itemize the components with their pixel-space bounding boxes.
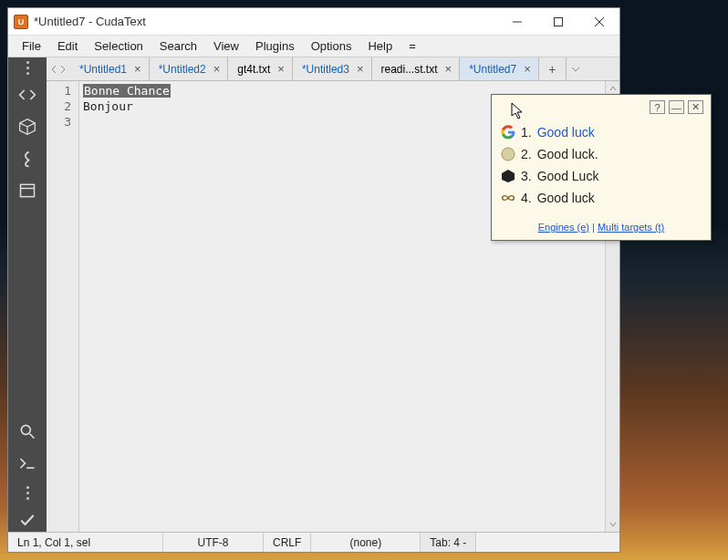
scroll-down-icon[interactable]: [606, 517, 619, 532]
item-text: Good Luck: [537, 169, 599, 183]
translation-popup: ? — ✕ 1. Good luck 2. Good luck. 3. Good…: [491, 94, 712, 241]
tab-prev-icon[interactable]: [50, 65, 57, 74]
svg-line-11: [30, 434, 35, 439]
item-number: 3.: [521, 169, 532, 183]
line-gutter: 1 2 3: [47, 81, 79, 532]
multi-targets-link[interactable]: Multi targets (t): [598, 222, 664, 233]
window-title: *Untitled7 - CudaText: [34, 15, 496, 28]
sphere-icon: [501, 147, 515, 161]
console-icon[interactable]: [18, 454, 36, 475]
svg-line-5: [20, 123, 27, 127]
svg-line-6: [27, 123, 35, 127]
line-number: 3: [47, 114, 78, 130]
tab-untitled1[interactable]: *Untitled1 ×: [70, 57, 150, 80]
line-number: 2: [47, 99, 78, 114]
svg-rect-8: [21, 184, 35, 196]
menu-file[interactable]: File: [14, 36, 49, 56]
tab-close-icon[interactable]: ×: [132, 62, 143, 76]
google-icon: [501, 125, 515, 140]
item-number: 2.: [521, 147, 532, 161]
tab-nav: [47, 57, 70, 80]
menu-edit[interactable]: Edit: [49, 36, 86, 56]
tab-close-icon[interactable]: ×: [355, 62, 366, 76]
minimize-button[interactable]: [496, 8, 537, 35]
tab-label: *Untitled7: [469, 63, 516, 76]
tab-untitled3[interactable]: *Untitled3 ×: [293, 57, 372, 80]
menu-bar: File Edit Selection Search View Plugins …: [8, 36, 619, 57]
tab-close-icon[interactable]: ×: [276, 62, 286, 76]
menu-options[interactable]: Options: [303, 36, 360, 56]
tab-close-icon[interactable]: ×: [522, 62, 533, 76]
tab-label: *Untitled3: [302, 63, 349, 76]
svg-point-13: [502, 148, 515, 161]
tab-untitled7[interactable]: *Untitled7 ×: [460, 57, 539, 80]
drag-handle-icon[interactable]: [26, 61, 29, 75]
menu-plugins[interactable]: Plugins: [247, 36, 303, 56]
app-icon: U: [14, 15, 28, 29]
tab-close-icon[interactable]: ×: [443, 62, 454, 76]
tab-readme[interactable]: readi...st.txt ×: [372, 57, 461, 80]
selected-text: Bonne Chance: [83, 84, 171, 98]
tab-label: gt4t.txt: [237, 63, 270, 76]
tab-label: *Untitled2: [159, 63, 206, 76]
code-panel-icon[interactable]: [18, 86, 36, 107]
tab-close-icon[interactable]: ×: [212, 62, 223, 76]
item-text: Good luck.: [537, 147, 598, 161]
app-window: U *Untitled7 - CudaText File Edit Select…: [7, 7, 620, 553]
tab-gt4t[interactable]: gt4t.txt ×: [228, 57, 293, 80]
svg-point-10: [21, 425, 30, 434]
popup-close-button[interactable]: ✕: [688, 100, 703, 114]
item-text: Good luck: [537, 191, 595, 205]
svg-marker-14: [502, 170, 515, 182]
popup-footer: Engines (e) | Multi targets (t): [499, 222, 703, 233]
menu-view[interactable]: View: [205, 36, 247, 56]
tab-bar: *Untitled1 × *Untitled2 × gt4t.txt × *Un…: [47, 57, 619, 81]
search-icon[interactable]: [18, 422, 36, 443]
menu-selection[interactable]: Selection: [86, 36, 151, 56]
translation-item[interactable]: 2. Good luck.: [499, 143, 703, 165]
box-icon[interactable]: [18, 118, 36, 139]
item-number: 1.: [521, 125, 532, 140]
menu-search[interactable]: Search: [151, 36, 205, 56]
tab-overflow-icon[interactable]: [567, 57, 585, 80]
tab-next-icon[interactable]: [59, 65, 67, 74]
status-encoding[interactable]: UTF-8: [163, 533, 264, 552]
translation-item[interactable]: 1. Good luck: [499, 121, 703, 143]
translation-item[interactable]: 3. Good Luck: [499, 165, 703, 187]
status-tab[interactable]: Tab: 4 -: [421, 533, 476, 552]
tab-label: readi...st.txt: [381, 63, 438, 76]
close-button[interactable]: [578, 8, 619, 35]
status-lexer[interactable]: (none): [311, 533, 421, 552]
check-icon[interactable]: [18, 511, 36, 532]
status-lineend[interactable]: CRLF: [264, 533, 311, 552]
delta-icon[interactable]: [18, 150, 36, 171]
item-text: Good luck: [537, 125, 595, 140]
engines-link[interactable]: Engines (e): [538, 222, 589, 233]
item-number: 4.: [521, 191, 532, 205]
menu-help[interactable]: Help: [359, 36, 400, 56]
popup-help-button[interactable]: ?: [650, 100, 665, 114]
new-tab-button[interactable]: +: [539, 57, 567, 80]
status-position[interactable]: Ln 1, Col 1, sel: [8, 533, 163, 552]
popup-minimize-button[interactable]: —: [669, 100, 684, 114]
menu-equals[interactable]: =: [400, 36, 424, 56]
svg-rect-1: [554, 17, 562, 26]
maximize-button[interactable]: [537, 8, 578, 35]
status-bar: Ln 1, Col 1, sel UTF-8 CRLF (none) Tab: …: [8, 532, 619, 552]
translation-item[interactable]: 4. Good luck: [499, 187, 703, 209]
line-number: 1: [47, 83, 78, 99]
tab-label: *Untitled1: [79, 63, 127, 76]
more-icon[interactable]: [26, 486, 29, 500]
titlebar: U *Untitled7 - CudaText: [8, 8, 619, 36]
sidebar: [8, 57, 47, 532]
cube-icon: [501, 169, 515, 183]
infinity-icon: [501, 191, 515, 205]
tab-untitled2[interactable]: *Untitled2 ×: [150, 57, 229, 80]
window-icon[interactable]: [18, 181, 36, 202]
